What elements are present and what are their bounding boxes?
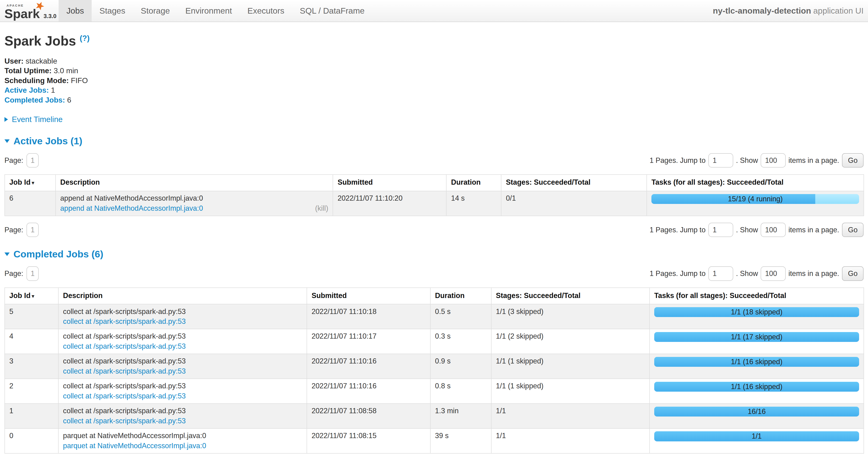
tab-stages[interactable]: Stages bbox=[92, 0, 133, 22]
tasks-progress-bar: 1/1 bbox=[654, 431, 859, 442]
header-stages[interactable]: Stages: Succeeded/Total bbox=[491, 288, 650, 304]
items-per-page-input[interactable] bbox=[761, 153, 785, 168]
active-jobs-link[interactable]: Active Jobs: bbox=[4, 86, 49, 94]
tasks-cell: 15/19 (4 running) bbox=[647, 191, 864, 216]
header-submitted[interactable]: Submitted bbox=[333, 175, 446, 191]
go-button[interactable]: Go bbox=[842, 266, 864, 281]
description-cell: collect at /spark-scripts/spark-ad.py:53… bbox=[58, 379, 307, 404]
job-description: append at NativeMethodAccessorImpl.java:… bbox=[60, 193, 328, 203]
job-id-cell: 3 bbox=[5, 354, 58, 379]
main-content: Spark Jobs (?) User: stackable Total Upt… bbox=[0, 33, 868, 455]
page-number-input[interactable] bbox=[27, 266, 39, 281]
description-cell: append at NativeMethodAccessorImpl.java:… bbox=[56, 191, 333, 216]
completed-jobs-section-header[interactable]: Completed Jobs (6) bbox=[4, 249, 864, 260]
pager-row: Page: 1 Pages. Jump to . Show items in a… bbox=[4, 223, 864, 237]
duration-cell: 0.5 s bbox=[430, 304, 491, 329]
job-detail-link[interactable]: collect at /spark-scripts/spark-ad.py:53 bbox=[63, 416, 186, 426]
job-id-cell: 4 bbox=[5, 329, 58, 354]
tasks-progress-bar: 16/16 bbox=[654, 407, 859, 417]
job-description: collect at /spark-scripts/spark-ad.py:53 bbox=[63, 307, 302, 317]
stages-cell: 1/1 bbox=[491, 428, 650, 453]
header-description[interactable]: Description bbox=[58, 288, 307, 304]
application-ui-suffix: application UI bbox=[813, 6, 864, 16]
job-detail-link[interactable]: collect at /spark-scripts/spark-ad.py:53 bbox=[63, 317, 186, 326]
progress-label: 1/1 (18 skipped) bbox=[654, 307, 859, 317]
progress-label: 16/16 bbox=[654, 407, 859, 417]
tab-jobs[interactable]: Jobs bbox=[59, 0, 92, 22]
submitted-cell: 2022/11/07 11:10:16 bbox=[307, 379, 430, 404]
tab-environment[interactable]: Environment bbox=[178, 0, 240, 22]
tab-sql-dataframe[interactable]: SQL / DataFrame bbox=[292, 0, 372, 22]
duration-cell: 14 s bbox=[446, 191, 501, 216]
logo-brand-text: Spark bbox=[4, 6, 40, 21]
tasks-progress-bar: 1/1 (16 skipped) bbox=[654, 382, 859, 392]
show-label: . Show bbox=[736, 156, 758, 165]
items-per-page-input[interactable] bbox=[761, 223, 785, 237]
progress-label: 1/1 (16 skipped) bbox=[654, 357, 859, 367]
page-number-input[interactable] bbox=[27, 223, 39, 237]
stages-cell: 0/1 bbox=[501, 191, 647, 216]
summary-completed-jobs: Completed Jobs: 6 bbox=[4, 95, 864, 105]
items-label: items in a page. bbox=[788, 269, 839, 278]
job-detail-link[interactable]: append at NativeMethodAccessorImpl.java:… bbox=[60, 203, 203, 214]
jump-to-page-input[interactable] bbox=[708, 223, 733, 237]
event-timeline-toggle[interactable]: Event Timeline bbox=[4, 115, 864, 124]
header-job-id[interactable]: Job Id▾ bbox=[5, 288, 58, 304]
job-description: collect at /spark-scripts/spark-ad.py:53 bbox=[63, 381, 302, 391]
description-cell: collect at /spark-scripts/spark-ad.py:53… bbox=[58, 304, 307, 329]
description-cell: collect at /spark-scripts/spark-ad.py:53… bbox=[58, 329, 307, 354]
kill-job-link[interactable]: (kill) bbox=[315, 203, 328, 214]
go-button[interactable]: Go bbox=[842, 153, 864, 168]
show-label: . Show bbox=[736, 226, 758, 234]
spark-logo-image: APACHE Spark bbox=[3, 1, 48, 21]
jump-to-page-input[interactable] bbox=[708, 153, 733, 168]
job-detail-link[interactable]: collect at /spark-scripts/spark-ad.py:53 bbox=[63, 341, 186, 351]
tab-storage[interactable]: Storage bbox=[133, 0, 178, 22]
sort-desc-icon: ▾ bbox=[32, 293, 34, 299]
duration-cell: 0.8 s bbox=[430, 379, 491, 404]
job-id-cell: 1 bbox=[5, 404, 58, 428]
pager-row: Page: 1 Pages. Jump to . Show items in a… bbox=[4, 266, 864, 281]
completed-jobs-link[interactable]: Completed Jobs: bbox=[4, 96, 65, 104]
job-detail-link[interactable]: collect at /spark-scripts/spark-ad.py:53 bbox=[63, 366, 186, 376]
header-tasks[interactable]: Tasks (for all stages): Succeeded/Total bbox=[647, 175, 864, 191]
submitted-cell: 2022/11/07 11:10:20 bbox=[333, 191, 446, 216]
jump-to-page-input[interactable] bbox=[708, 266, 733, 281]
header-job-id[interactable]: Job Id▾ bbox=[5, 175, 56, 191]
duration-cell: 0.9 s bbox=[430, 354, 491, 379]
tab-executors[interactable]: Executors bbox=[240, 0, 292, 22]
summary-user: User: stackable bbox=[4, 56, 864, 66]
job-description: collect at /spark-scripts/spark-ad.py:53 bbox=[63, 356, 302, 366]
job-detail-link[interactable]: parquet at NativeMethodAccessorImpl.java… bbox=[63, 441, 206, 451]
active-jobs-section-header[interactable]: Active Jobs (1) bbox=[4, 136, 864, 147]
collapsed-arrow-icon bbox=[4, 117, 8, 122]
pages-info: 1 Pages. Jump to bbox=[650, 269, 706, 278]
header-stages[interactable]: Stages: Succeeded/Total bbox=[501, 175, 647, 191]
help-link[interactable]: (?) bbox=[80, 34, 90, 42]
stages-cell: 1/1 (1 skipped) bbox=[491, 354, 650, 379]
header-duration[interactable]: Duration bbox=[430, 288, 491, 304]
duration-cell: 1.3 min bbox=[430, 404, 491, 428]
table-row: 3 collect at /spark-scripts/spark-ad.py:… bbox=[5, 354, 864, 379]
items-per-page-input[interactable] bbox=[761, 266, 785, 281]
job-description: parquet at NativeMethodAccessorImpl.java… bbox=[63, 431, 302, 441]
tasks-cell: 1/1 (18 skipped) bbox=[650, 304, 864, 329]
job-id-cell: 5 bbox=[5, 304, 58, 329]
header-tasks[interactable]: Tasks (for all stages): Succeeded/Total bbox=[650, 288, 864, 304]
pages-info: 1 Pages. Jump to bbox=[650, 156, 706, 165]
items-label: items in a page. bbox=[788, 156, 839, 165]
tasks-cell: 16/16 bbox=[650, 404, 864, 428]
header-submitted[interactable]: Submitted bbox=[307, 288, 430, 304]
header-duration[interactable]: Duration bbox=[446, 175, 501, 191]
table-row: 4 collect at /spark-scripts/spark-ad.py:… bbox=[5, 329, 864, 354]
job-detail-link[interactable]: collect at /spark-scripts/spark-ad.py:53 bbox=[63, 391, 186, 401]
go-button[interactable]: Go bbox=[842, 223, 864, 237]
tasks-cell: 1/1 bbox=[650, 428, 864, 453]
sort-desc-icon: ▾ bbox=[32, 180, 34, 186]
tasks-cell: 1/1 (16 skipped) bbox=[650, 379, 864, 404]
application-name: ny-tlc-anomaly-detection bbox=[713, 6, 811, 16]
header-description[interactable]: Description bbox=[56, 175, 333, 191]
progress-label: 1/1 (16 skipped) bbox=[654, 382, 859, 392]
nav-tabs: Jobs Stages Storage Environment Executor… bbox=[59, 0, 372, 22]
page-number-input[interactable] bbox=[27, 153, 39, 168]
